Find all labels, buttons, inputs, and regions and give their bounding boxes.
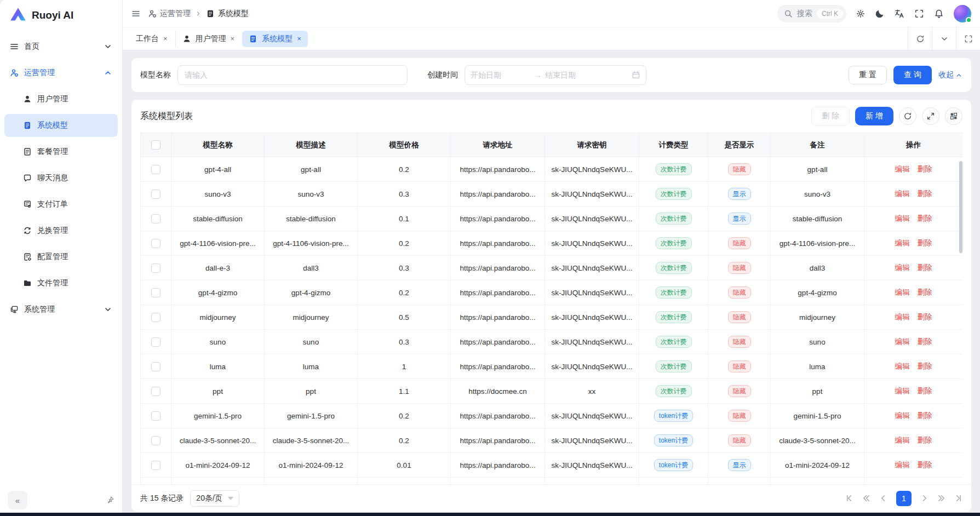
sidebar-item-label: 支付订单	[37, 199, 68, 209]
breadcrumb-current[interactable]: 系统模型	[206, 9, 249, 19]
select-all-checkbox[interactable]	[151, 140, 161, 150]
row-checkbox[interactable]	[151, 461, 161, 470]
cell-model-price: 0.2	[358, 404, 451, 428]
fast-backward-button[interactable]	[862, 494, 870, 502]
hamburger-icon[interactable]	[131, 9, 140, 18]
delete-link[interactable]: 删除	[918, 239, 932, 247]
close-icon[interactable]: ×	[163, 35, 168, 43]
tab-refresh-button[interactable]	[908, 27, 932, 50]
delete-link[interactable]: 删除	[918, 214, 932, 222]
delete-link[interactable]: 删除	[918, 461, 932, 469]
sidebar-item-chat-messages[interactable]: 聊天消息	[4, 167, 118, 190]
edit-link[interactable]: 编辑	[895, 362, 910, 370]
row-checkbox[interactable]	[151, 313, 161, 322]
edit-link[interactable]: 编辑	[895, 288, 910, 296]
edit-link[interactable]: 编辑	[895, 337, 910, 346]
end-date-input[interactable]	[545, 71, 605, 79]
row-checkbox[interactable]	[151, 337, 161, 347]
models-table: 模型名称 模型描述 模型价格 请求地址 请求密钥 计费类型 是否显示 备注 操作	[140, 133, 962, 484]
edit-link[interactable]: 编辑	[895, 214, 910, 222]
reset-button[interactable]: 重 置	[849, 66, 887, 84]
close-icon[interactable]: ×	[297, 35, 301, 43]
translate-icon[interactable]	[895, 9, 904, 19]
delete-button[interactable]: 删 除	[811, 107, 850, 125]
prev-page-button[interactable]	[879, 494, 887, 502]
global-search[interactable]: 搜索 Ctrl K	[777, 5, 846, 22]
add-button[interactable]: 新 增	[855, 107, 893, 125]
close-icon[interactable]: ×	[231, 35, 235, 43]
model-name-input[interactable]	[177, 65, 408, 85]
delete-link[interactable]: 删除	[918, 362, 932, 370]
delete-link[interactable]: 删除	[918, 165, 932, 173]
tab-menu-button[interactable]	[932, 27, 956, 50]
row-checkbox[interactable]	[151, 214, 161, 223]
gear-icon[interactable]	[856, 9, 865, 18]
row-checkbox[interactable]	[151, 263, 161, 273]
delete-link[interactable]: 删除	[918, 337, 932, 346]
row-checkbox[interactable]	[151, 165, 161, 174]
fast-forward-button[interactable]	[937, 494, 945, 502]
edit-link[interactable]: 编辑	[895, 239, 910, 247]
next-page-button[interactable]	[920, 494, 929, 502]
cell-remark: midjourney	[771, 305, 864, 330]
row-checkbox[interactable]	[151, 190, 161, 199]
edit-link[interactable]: 编辑	[895, 436, 910, 444]
cell-remark: claude-3-5-sonnet-20...	[771, 428, 864, 453]
edit-link[interactable]: 编辑	[895, 190, 910, 198]
delete-link[interactable]: 删除	[918, 387, 932, 395]
delete-link[interactable]: 删除	[918, 436, 932, 444]
edit-link[interactable]: 编辑	[895, 165, 910, 173]
sidebar-item-user-management[interactable]: 用户管理	[4, 88, 118, 111]
row-checkbox[interactable]	[151, 387, 161, 396]
sidebar-item-exchange[interactable]: 兑换管理	[4, 219, 118, 242]
sidebar-item-payment-orders[interactable]: 支付订单	[4, 193, 118, 216]
sidebar-item-operations[interactable]: 运营管理	[4, 61, 118, 84]
start-date-input[interactable]	[471, 71, 531, 79]
edit-link[interactable]: 编辑	[895, 461, 910, 469]
sidebar-item-home[interactable]: 首页	[4, 35, 118, 58]
last-page-button[interactable]	[954, 494, 962, 502]
breadcrumb-parent[interactable]: 运营管理	[148, 9, 191, 19]
tab-workbench[interactable]: 工作台 ×	[129, 31, 174, 47]
sidebar-item-files[interactable]: 文件管理	[4, 272, 118, 295]
collapse-filter-link[interactable]: 收起	[938, 70, 962, 80]
pin-icon[interactable]	[106, 496, 114, 504]
query-button[interactable]: 查 询	[893, 66, 932, 84]
fullscreen-icon[interactable]	[914, 9, 924, 19]
row-checkbox[interactable]	[151, 436, 161, 445]
column-settings-button[interactable]	[945, 107, 962, 125]
tab-maximize-button[interactable]	[956, 27, 980, 50]
edit-link[interactable]: 编辑	[895, 263, 910, 272]
user-avatar[interactable]	[954, 5, 971, 22]
current-page-button[interactable]: 1	[896, 491, 912, 506]
moon-icon[interactable]	[875, 9, 885, 19]
search-placeholder: 搜索	[797, 9, 812, 19]
sidebar-collapse-button[interactable]: «	[8, 491, 27, 509]
fullscreen-table-button[interactable]	[922, 107, 939, 125]
edit-link[interactable]: 编辑	[895, 411, 910, 420]
row-checkbox[interactable]	[151, 288, 161, 297]
sidebar-item-config[interactable]: 配置管理	[4, 245, 118, 268]
table-row: o1-mini-2024-09-12 o1-mini-2024-09-12 0.…	[141, 453, 963, 478]
delete-link[interactable]: 删除	[918, 411, 932, 420]
sidebar-item-system-models[interactable]: 系统模型	[4, 114, 118, 137]
tab-user-management[interactable]: 用户管理 ×	[175, 31, 242, 47]
row-checkbox[interactable]	[151, 239, 161, 248]
delete-link[interactable]: 删除	[918, 190, 932, 198]
edit-link[interactable]: 编辑	[895, 313, 910, 321]
page-size-select[interactable]: 20条/页	[190, 490, 239, 507]
tab-system-models[interactable]: 系统模型 ×	[242, 31, 308, 47]
date-range-picker[interactable]: →	[465, 65, 646, 85]
delete-link[interactable]: 删除	[918, 288, 932, 296]
edit-link[interactable]: 编辑	[895, 387, 910, 395]
sidebar-item-system-management[interactable]: 系统管理	[4, 298, 118, 321]
bell-icon[interactable]	[934, 9, 944, 19]
sidebar-item-packages[interactable]: 套餐管理	[4, 140, 118, 163]
delete-link[interactable]: 删除	[918, 313, 932, 321]
first-page-button[interactable]	[845, 494, 853, 502]
row-checkbox[interactable]	[151, 411, 161, 421]
row-checkbox[interactable]	[151, 362, 161, 371]
refresh-button[interactable]	[899, 107, 916, 125]
vertical-scrollbar[interactable]	[959, 161, 962, 253]
delete-link[interactable]: 删除	[918, 263, 932, 272]
